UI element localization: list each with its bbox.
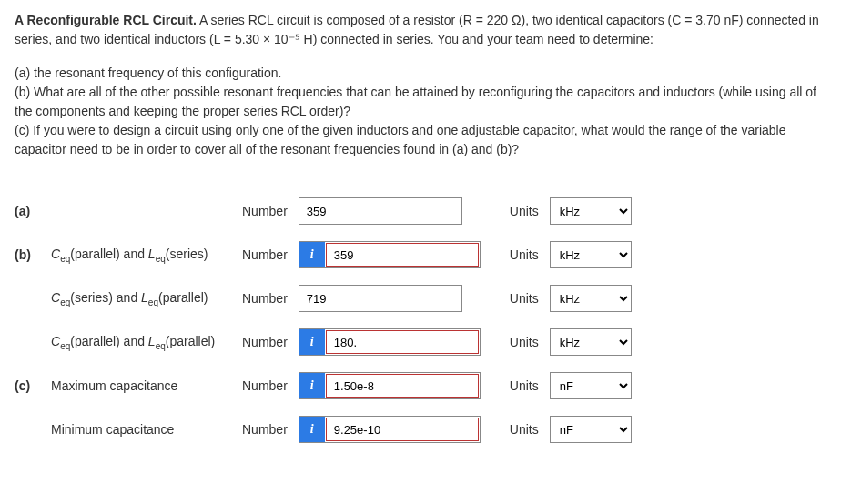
unit-select[interactable]: kHz	[550, 328, 632, 356]
unit-select[interactable]: kHz	[550, 197, 632, 225]
row-description: Ceq(parallel) and Leq(parallel)	[51, 328, 242, 356]
part-label: (b)	[15, 241, 51, 268]
info-icon[interactable]: i	[299, 242, 325, 267]
answer-row: (b) Ceq(parallel) and Leq(series) Number…	[15, 241, 643, 268]
row-description: Ceq(series) and Leq(parallel)	[51, 285, 242, 312]
part-label: (c)	[15, 372, 51, 399]
answer-input[interactable]	[326, 243, 479, 267]
input-group: i	[299, 372, 481, 399]
part-label	[15, 416, 51, 443]
row-description: Maximum capacitance	[51, 372, 242, 399]
answer-input[interactable]	[299, 285, 462, 312]
info-icon[interactable]: i	[299, 329, 325, 355]
number-label: Number	[242, 416, 299, 443]
input-group: i	[299, 328, 481, 356]
question-a: (a) the resonant frequency of this confi…	[15, 64, 836, 83]
question-b: (b) What are all of the other possible r…	[15, 83, 836, 121]
number-label: Number	[242, 328, 299, 356]
unit-select[interactable]: kHz	[550, 241, 632, 268]
answers-table: (a) Number Units kHz (b) Ceq(parallel) a…	[15, 181, 643, 459]
answer-row: Ceq(series) and Leq(parallel) Number Uni…	[15, 285, 643, 312]
row-description	[51, 197, 242, 225]
answer-row: Ceq(parallel) and Leq(parallel) Number i…	[15, 328, 643, 356]
units-label: Units	[491, 372, 550, 399]
answer-input[interactable]	[326, 330, 479, 354]
units-label: Units	[491, 197, 550, 225]
part-label	[15, 328, 51, 356]
units-label: Units	[491, 285, 550, 312]
number-label: Number	[242, 241, 299, 268]
answer-input[interactable]	[299, 197, 462, 225]
answer-row: Minimum capacitance Number i Units nF	[15, 416, 643, 443]
input-group: i	[299, 416, 481, 443]
problem-title: A Reconfigurable RCL Circuit.	[15, 13, 197, 27]
part-label	[15, 285, 51, 312]
answer-row: (a) Number Units kHz	[15, 197, 643, 225]
number-label: Number	[242, 372, 299, 399]
units-label: Units	[491, 241, 550, 268]
question-c: (c) If you were to design a circuit usin…	[15, 121, 836, 159]
unit-select[interactable]: nF	[550, 416, 632, 443]
units-label: Units	[491, 328, 550, 356]
part-label: (a)	[15, 197, 51, 225]
answer-row: (c) Maximum capacitance Number i Units n…	[15, 372, 643, 399]
input-group: i	[299, 241, 481, 268]
row-description: Minimum capacitance	[51, 416, 242, 443]
info-icon[interactable]: i	[299, 373, 325, 398]
unit-select[interactable]: nF	[550, 372, 632, 399]
answer-input[interactable]	[326, 374, 479, 398]
row-description: Ceq(parallel) and Leq(series)	[51, 241, 242, 268]
answer-input[interactable]	[326, 418, 479, 441]
info-icon[interactable]: i	[299, 417, 325, 442]
units-label: Units	[491, 416, 550, 443]
number-label: Number	[242, 197, 299, 225]
number-label: Number	[242, 285, 299, 312]
intro-paragraph: A Reconfigurable RCL Circuit. A series R…	[15, 11, 836, 49]
unit-select[interactable]: kHz	[550, 285, 632, 312]
questions-block: (a) the resonant frequency of this confi…	[15, 64, 836, 159]
